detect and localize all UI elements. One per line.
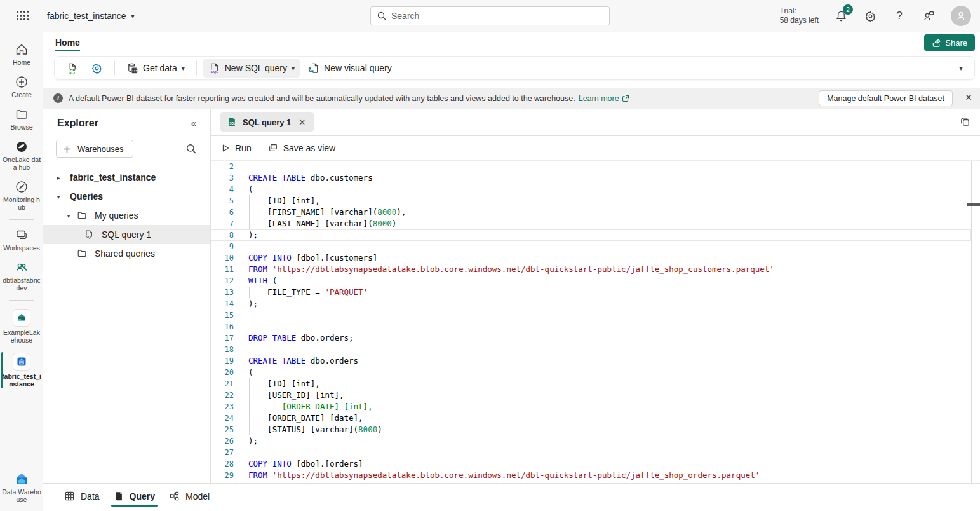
code-line[interactable]: 21 [ID] [int], bbox=[211, 378, 971, 390]
tab-query[interactable]: Query bbox=[111, 489, 158, 505]
code-line[interactable]: 10COPY INTO [dbo].[customers] bbox=[211, 252, 971, 264]
line-number: 22 bbox=[211, 390, 234, 401]
workspace-name: fabric_test_instance bbox=[47, 11, 126, 21]
code-line[interactable]: 26); bbox=[211, 435, 971, 447]
code-editor[interactable]: 23CREATE TABLE dbo.customers4(5 [ID] [in… bbox=[211, 161, 980, 483]
code-line[interactable]: 9 bbox=[211, 241, 971, 252]
search-placeholder: Search bbox=[391, 11, 419, 21]
explorer-search-icon[interactable] bbox=[186, 144, 196, 154]
tree-item-shared-queries[interactable]: Shared queries bbox=[43, 244, 210, 263]
code-line[interactable]: 11FROM 'https://dbtlabsynapsedatalake.bl… bbox=[211, 264, 971, 275]
code-line[interactable]: 5 [ID] [int], bbox=[211, 195, 971, 207]
code-line[interactable]: 16 bbox=[211, 321, 971, 332]
code-line[interactable]: 15 bbox=[211, 310, 971, 321]
rail-item-monitoring-hub[interactable]: Monitoring hub bbox=[1, 175, 43, 215]
workspace-switcher[interactable]: fabric_test_instance ▾ bbox=[47, 11, 135, 21]
rail-item-home[interactable]: Home bbox=[1, 38, 43, 71]
person-icon bbox=[955, 10, 967, 22]
top-bar: fabric_test_instance ▾ Search Trial: 58 … bbox=[0, 0, 980, 32]
code-line[interactable]: 22 [USER_ID] [int], bbox=[211, 390, 971, 401]
run-button[interactable]: Run bbox=[221, 143, 252, 153]
rail-item-onelake-data-hub[interactable]: OneLake data hub bbox=[1, 135, 43, 175]
line-number: 2 bbox=[211, 161, 234, 172]
share-button[interactable]: Share bbox=[924, 34, 975, 51]
learn-more-link[interactable]: Learn more bbox=[579, 94, 629, 103]
tab-model[interactable]: Model bbox=[166, 489, 212, 505]
gear-icon bbox=[91, 62, 103, 74]
code-line[interactable]: 18 bbox=[211, 344, 971, 355]
get-data-button[interactable]: Get data ▾ bbox=[121, 59, 190, 78]
banner-close-icon[interactable]: ✕ bbox=[962, 92, 975, 102]
new-visual-query-button[interactable]: New visual query bbox=[302, 59, 397, 78]
rail-item-fabric-test-instance[interactable]: fabric_test_instance bbox=[1, 348, 43, 392]
manage-dataset-button[interactable]: Manage default Power BI dataset bbox=[819, 90, 953, 106]
rail-item-data-warehouse[interactable]: Data Warehouse bbox=[1, 468, 43, 511]
close-tab-icon[interactable]: ✕ bbox=[297, 118, 307, 127]
line-number: 29 bbox=[211, 470, 234, 481]
chevron-down-icon: ▾ bbox=[65, 212, 72, 219]
code-line[interactable]: 17DROP TABLE dbo.orders; bbox=[211, 332, 971, 344]
app-launcher-icon[interactable] bbox=[17, 11, 29, 21]
rail-item-create[interactable]: Create bbox=[1, 71, 43, 103]
add-warehouses-button[interactable]: Warehouses bbox=[56, 140, 133, 158]
code-line[interactable]: 13 FILE_TYPE = 'PARQUET' bbox=[211, 287, 971, 298]
new-sql-query-button[interactable]: SQL New SQL query ▾ bbox=[203, 59, 300, 78]
copy-icon[interactable] bbox=[960, 116, 970, 127]
code-line[interactable]: 29FROM 'https://dbtlabsynapsedatalake.bl… bbox=[211, 470, 971, 481]
line-number: 10 bbox=[211, 252, 234, 264]
code-line[interactable]: 12WITH ( bbox=[211, 275, 971, 287]
feedback-button[interactable] bbox=[922, 9, 936, 23]
collapse-panel-button[interactable]: « bbox=[191, 118, 196, 128]
line-number: 19 bbox=[211, 355, 234, 367]
code-line[interactable]: 7 [LAST_NAME] [varchar](8000) bbox=[211, 218, 971, 229]
code-line[interactable]: 24 [ORDER_DATE] [date], bbox=[211, 412, 971, 424]
ribbon-tab-home[interactable]: Home bbox=[54, 35, 81, 54]
share-icon bbox=[932, 38, 941, 48]
line-number: 5 bbox=[211, 195, 234, 207]
line-number: 18 bbox=[211, 344, 234, 355]
save-as-view-button[interactable]: Save as view bbox=[268, 143, 335, 153]
code-line[interactable]: 19CREATE TABLE dbo.orders bbox=[211, 355, 971, 367]
tree-item-warehouse[interactable]: ▸ fabric_test_instance bbox=[43, 168, 210, 187]
tree-item-sql-query-1[interactable]: SQL SQL query 1 bbox=[43, 225, 210, 244]
code-line[interactable]: 14); bbox=[211, 298, 971, 310]
external-link-icon bbox=[622, 95, 629, 102]
code-line[interactable]: 27 bbox=[211, 447, 971, 458]
settings-button[interactable] bbox=[863, 9, 877, 23]
line-number: 23 bbox=[211, 401, 234, 412]
code-line[interactable]: 28COPY INTO [dbo].[orders] bbox=[211, 458, 971, 470]
code-line[interactable]: 25 [STATUS] [varchar](8000) bbox=[211, 424, 971, 435]
code-line[interactable]: 6 [FIRST_NAME] [varchar](8000), bbox=[211, 207, 971, 218]
rail-item-workspaces[interactable]: Workspaces bbox=[1, 224, 43, 256]
explorer-tree: ▸ fabric_test_instance ▾ Queries ▾ My qu… bbox=[43, 168, 210, 263]
ribbon: Home Share Get data ▾ SQL New SQL query bbox=[43, 32, 980, 88]
rail-item-examplelakehouse[interactable]: ExampleLakehouse bbox=[1, 304, 43, 348]
code-line[interactable]: 4( bbox=[211, 184, 971, 195]
tree-item-my-queries[interactable]: ▾ My queries bbox=[43, 206, 210, 225]
warehouse-icon bbox=[13, 353, 30, 371]
trial-status[interactable]: Trial: 58 days left bbox=[780, 6, 819, 25]
ribbon-collapse-chevron[interactable]: ▾ bbox=[954, 61, 968, 75]
search-icon bbox=[377, 11, 386, 20]
sql-doc-icon: SQL bbox=[227, 117, 237, 127]
explorer-title: Explorer bbox=[43, 115, 210, 129]
plus-icon bbox=[63, 145, 71, 153]
code-line[interactable]: 20( bbox=[211, 367, 971, 378]
folder-icon bbox=[77, 249, 87, 259]
code-line[interactable]: 8); bbox=[211, 229, 971, 241]
query-doc-icon bbox=[114, 491, 124, 501]
help-button[interactable]: ? bbox=[892, 9, 906, 23]
rail-item-browse[interactable]: Browse bbox=[1, 103, 43, 135]
rail-item-dbtlabsfabricdev[interactable]: dbtlabsfabricdev bbox=[1, 256, 43, 296]
tree-item-queries[interactable]: ▾ Queries bbox=[43, 187, 210, 206]
refresh-button[interactable] bbox=[61, 59, 83, 78]
tab-sql-query-1[interactable]: SQL SQL query 1 ✕ bbox=[220, 112, 314, 132]
code-line[interactable]: 2 bbox=[211, 161, 971, 172]
search-input[interactable]: Search bbox=[370, 6, 610, 25]
code-line[interactable]: 23 -- [ORDER_DATE] [int], bbox=[211, 401, 971, 412]
settings-button-toolbar[interactable] bbox=[86, 59, 108, 78]
notifications-button[interactable]: 2 bbox=[834, 9, 848, 23]
code-line[interactable]: 3CREATE TABLE dbo.customers bbox=[211, 172, 971, 184]
tab-data[interactable]: Data bbox=[62, 489, 102, 505]
avatar[interactable] bbox=[951, 6, 971, 26]
